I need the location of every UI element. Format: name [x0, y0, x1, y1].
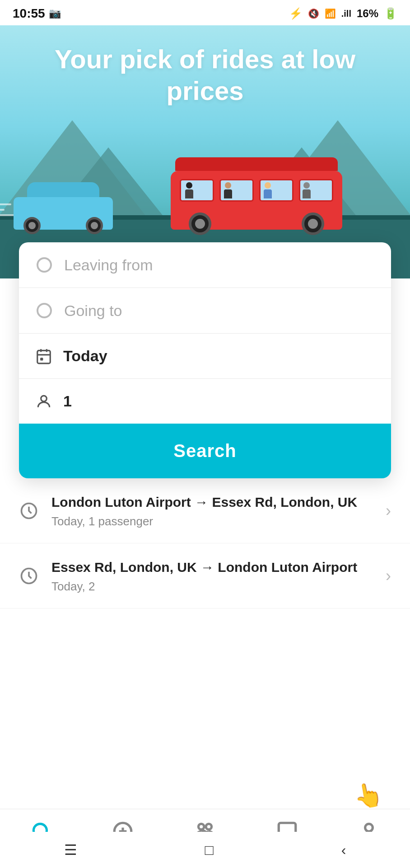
- date-field[interactable]: Today: [19, 334, 391, 379]
- passengers-value: 1: [63, 392, 72, 410]
- svg-rect-4: [40, 358, 43, 360]
- svg-point-13: [198, 824, 204, 830]
- bus-window-4: [299, 179, 333, 202]
- chevron-right-2: ›: [386, 566, 391, 585]
- going-to-placeholder: Going to: [64, 302, 122, 320]
- mute-icon: 🔇: [308, 8, 319, 19]
- recent-item-2[interactable]: Essex Rd, London, UK → London Luton Airp…: [0, 543, 410, 609]
- passenger-2: [224, 182, 233, 198]
- clock-icon-2: [19, 566, 39, 586]
- camera-icon: 📷: [49, 8, 61, 19]
- svg-point-15: [365, 824, 373, 831]
- finger-cursor: 👆: [351, 779, 385, 811]
- recent-searches: London Luton Airport → Essex Rd, London,…: [0, 478, 410, 681]
- recent-meta-1: Today, 1 passenger: [51, 514, 373, 528]
- bus-window-2: [219, 179, 254, 202]
- bus-roof: [175, 157, 338, 171]
- android-back-btn[interactable]: ‹: [323, 837, 364, 863]
- battery-level: 16%: [357, 7, 378, 20]
- passenger-1: [185, 182, 194, 198]
- passengers-icon: [35, 393, 52, 410]
- recent-content-2: Essex Rd, London, UK → London Luton Airp…: [51, 558, 373, 594]
- chevron-right-1: ›: [386, 501, 391, 520]
- recent-route-2: Essex Rd, London, UK → London Luton Airp…: [51, 558, 373, 577]
- bus-windows: [180, 179, 333, 202]
- android-menu-btn[interactable]: ☰: [46, 837, 95, 863]
- wifi-icon: 📶: [325, 8, 336, 19]
- car-wheel-left: [23, 217, 41, 234]
- bus-wheel-right: [302, 212, 324, 235]
- leaving-from-field[interactable]: Leaving from: [19, 242, 391, 288]
- recent-item-1[interactable]: London Luton Airport → Essex Rd, London,…: [0, 478, 410, 543]
- leaving-from-icon: [35, 256, 53, 274]
- passengers-field[interactable]: 1: [19, 379, 391, 424]
- car-vehicle: [14, 180, 113, 230]
- search-card: Leaving from Going to Today 1: [19, 242, 391, 478]
- bus-vehicle: [171, 157, 342, 230]
- bus-window-3: [259, 179, 294, 202]
- bluetooth-icon: ⚡: [289, 7, 303, 20]
- date-value: Today: [63, 347, 107, 365]
- status-bar: 10:55 📷 ⚡ 🔇 📶 .ill 16% 🔋: [0, 0, 410, 25]
- android-home-btn[interactable]: □: [187, 837, 232, 863]
- bus-window-1: [180, 179, 214, 202]
- clock-icon-1: [19, 501, 39, 521]
- svg-point-14: [206, 824, 212, 830]
- svg-point-5: [41, 396, 47, 401]
- status-time: 10:55 📷: [13, 6, 61, 21]
- going-to-icon: [35, 302, 53, 320]
- hero-banner: Your pick of rides at low prices: [0, 25, 410, 278]
- bus-wheel-left: [189, 212, 211, 235]
- passenger-3: [263, 182, 272, 198]
- search-button[interactable]: Search: [19, 424, 391, 478]
- passenger-4: [302, 182, 311, 198]
- going-to-field[interactable]: Going to: [19, 288, 391, 334]
- battery-icon: 🔋: [384, 7, 397, 20]
- svg-rect-0: [37, 350, 51, 363]
- recent-route-1: London Luton Airport → Essex Rd, London,…: [51, 493, 373, 512]
- hero-title: Your pick of rides at low prices: [0, 25, 410, 106]
- recent-content-1: London Luton Airport → Essex Rd, London,…: [51, 493, 373, 528]
- leaving-from-placeholder: Leaving from: [64, 256, 153, 274]
- recent-meta-2: Today, 2: [51, 580, 373, 594]
- calendar-icon: [35, 348, 52, 365]
- car-wheel-right: [86, 217, 103, 234]
- signal-icon: .ill: [341, 9, 351, 19]
- android-nav-bar: ☰ □ ‹: [0, 832, 410, 868]
- status-icons: ⚡ 🔇 📶 .ill 16% 🔋: [289, 7, 397, 20]
